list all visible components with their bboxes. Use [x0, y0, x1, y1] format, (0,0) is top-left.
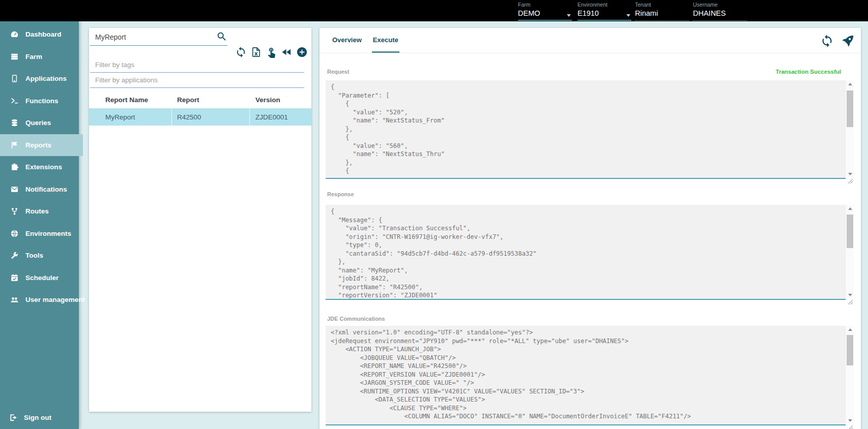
scroll-up-icon[interactable] [846, 205, 854, 212]
scrollbar-thumb[interactable] [847, 90, 853, 127]
sidebar-item-label: Applications [25, 75, 67, 82]
tenant-field[interactable]: Tenant Rinami [635, 2, 689, 21]
response-scrollbar[interactable] [845, 205, 854, 299]
sidebar-item-notifications[interactable]: Notifications [0, 178, 79, 201]
users-icon [10, 295, 19, 304]
jde-communications-code-text: <?xml version="1.0" encoding="UTF-8" sta… [326, 326, 845, 424]
server-stack-icon [10, 52, 19, 61]
detail-tabbar: Overview Execute [320, 28, 861, 53]
sidebar-item-tools[interactable]: Tools [0, 244, 79, 267]
sidebar-item-extensions[interactable]: Extensions [0, 156, 79, 178]
environment-field[interactable]: Environment E1910 [577, 2, 631, 21]
sidebar-item-farm[interactable]: Farm [0, 46, 79, 68]
jde-scrollbar[interactable] [845, 326, 854, 424]
globe-icon [10, 229, 19, 238]
flag-icon [10, 141, 19, 149]
sidebar-item-label: Tools [25, 252, 43, 259]
cell-report[interactable]: R42500 [172, 108, 250, 126]
cell-report-name[interactable]: MyReport [89, 108, 172, 126]
sidebar: Dashboard Farm Applications Functions Qu… [0, 21, 79, 429]
dashboard-icon [10, 30, 19, 39]
scroll-up-icon[interactable] [846, 80, 854, 88]
cell-version[interactable]: ZJDE0001 [250, 108, 311, 126]
column-header-report-name: Report Name [89, 96, 172, 104]
sign-out-icon [9, 413, 18, 422]
sidebar-item-label: Environments [25, 230, 71, 237]
rocket-execute-icon[interactable] [841, 34, 855, 48]
response-code-area[interactable]: { "Message": { "value": "Transaction Suc… [326, 205, 854, 299]
sidebar-item-label: Routes [25, 207, 49, 215]
terminal-icon [10, 97, 19, 105]
resize-grip-icon[interactable] [846, 423, 854, 429]
filter-applications-input[interactable] [95, 76, 294, 84]
search-icon[interactable] [216, 31, 227, 42]
response-code-text: { "Message": { "value": "Transaction Suc… [326, 205, 845, 299]
jde-communications-section-label: JDE Communications [327, 316, 385, 322]
sidebar-item-queries[interactable]: Queries [0, 112, 79, 134]
column-header-report: Report [172, 96, 250, 104]
request-code-area[interactable]: { "Parameter": [ { "value": "520", "name… [326, 80, 854, 178]
response-section-label: Response [327, 191, 354, 197]
filter-tags-input[interactable] [95, 61, 294, 69]
farm-value[interactable]: DEMO [518, 9, 572, 17]
request-scrollbar[interactable] [845, 80, 854, 178]
environment-value[interactable]: E1910 [577, 9, 631, 17]
farm-field[interactable]: Farm DEMO [518, 2, 572, 21]
top-bar: Farm DEMO Environment E1910 Tenant Rinam… [0, 0, 868, 21]
sidebar-item-applications[interactable]: Applications [0, 68, 79, 90]
filter-by-tags-field[interactable] [90, 58, 304, 73]
scrollbar-thumb[interactable] [847, 214, 853, 248]
sidebar-item-user-management[interactable]: User management [0, 289, 79, 311]
tab-execute[interactable]: Execute [372, 28, 399, 53]
reports-table-header: Report Name Report Version [89, 91, 311, 108]
request-code-text: { "Parameter": [ { "value": "520", "name… [326, 80, 845, 178]
scrollbar-thumb[interactable] [847, 335, 853, 365]
reports-list-panel: Report Name Report Version MyReport R425… [89, 28, 311, 412]
sidebar-item-scheduler[interactable]: Scheduler [0, 267, 79, 289]
report-search-field[interactable] [90, 30, 227, 46]
excel-export-icon[interactable] [250, 46, 262, 58]
filter-by-applications-field[interactable] [90, 74, 304, 88]
sidebar-item-label: Scheduler [25, 274, 59, 282]
report-detail-panel: Overview Execute Request Transaction Suc… [320, 28, 861, 429]
jde-communications-code-area[interactable]: <?xml version="1.0" encoding="UTF-8" sta… [326, 326, 854, 424]
sidebar-item-label: Reports [25, 141, 51, 149]
chevron-down-icon[interactable] [626, 14, 630, 17]
scroll-up-icon[interactable] [846, 326, 854, 333]
chevron-down-icon[interactable] [567, 14, 571, 17]
sidebar-item-label: Farm [25, 53, 42, 60]
sidebar-item-label: Dashboard [25, 30, 62, 38]
sign-out-label: Sign out [24, 414, 51, 421]
username-value[interactable]: DHAINES [693, 9, 747, 17]
sidebar-item-environments[interactable]: Environments [0, 223, 79, 245]
farm-label: Farm [518, 2, 572, 8]
sidebar-item-label: User management [25, 296, 85, 303]
username-field[interactable]: Username DHAINES [693, 2, 747, 21]
tab-overview[interactable]: Overview [331, 28, 363, 53]
sidebar-item-reports[interactable]: Reports [0, 134, 83, 157]
puzzle-icon [10, 163, 19, 171]
sidebar-item-dashboard[interactable]: Dashboard [0, 23, 79, 46]
sign-out-button[interactable]: Sign out [0, 407, 79, 428]
database-icon [10, 118, 19, 127]
hand-pointer-icon[interactable] [266, 46, 277, 58]
sidebar-item-functions[interactable]: Functions [0, 90, 79, 112]
resize-grip-icon[interactable] [846, 177, 854, 183]
add-circle-icon[interactable] [296, 46, 308, 58]
tenant-value[interactable]: Rinami [635, 9, 689, 17]
table-row-myreport[interactable]: MyReport R42500 ZJDE0001 [89, 108, 311, 126]
calendar-check-icon [10, 273, 19, 282]
environment-label: Environment [577, 2, 631, 8]
wrench-icon [10, 251, 19, 260]
sidebar-item-label: Functions [25, 97, 59, 105]
branch-icon [10, 207, 19, 216]
sidebar-item-routes[interactable]: Routes [0, 200, 79, 223]
refresh-icon[interactable] [235, 46, 247, 58]
resize-grip-icon[interactable] [846, 298, 854, 304]
username-label: Username [693, 2, 747, 8]
reports-toolbar [235, 46, 308, 58]
sidebar-item-label: Extensions [25, 163, 62, 171]
rewind-icon[interactable] [281, 46, 293, 58]
refresh-icon[interactable] [820, 34, 834, 48]
report-search-input[interactable] [95, 33, 210, 41]
